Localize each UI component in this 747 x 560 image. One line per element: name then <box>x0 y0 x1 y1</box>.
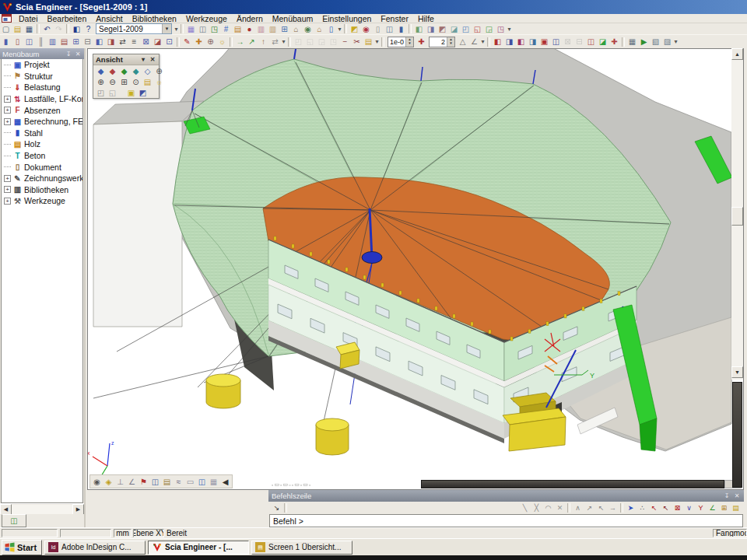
pin-icon[interactable]: ↧ <box>723 492 731 499</box>
pin-icon[interactable]: ↧ <box>65 51 72 58</box>
sidebar-item-lastfälle-lf-kombinatior[interactable]: +⇅Lastfälle, LF-Kombinatior <box>2 93 82 105</box>
toolbar-icon[interactable]: ▦ <box>626 37 638 47</box>
toolbar-icon[interactable]: ◨ <box>527 37 538 47</box>
toolbar-icon[interactable]: ◳ <box>495 24 507 34</box>
toolbar-icon[interactable]: ▭ <box>184 477 196 487</box>
toolbar-icon[interactable]: ≡ <box>128 37 140 47</box>
sidebar-item-dokument[interactable]: ▯Dokument <box>2 161 82 173</box>
toolbar-icon[interactable]: ⊕ <box>95 77 107 87</box>
toolbar-icon[interactable]: ◫ <box>550 37 562 47</box>
sidebar-item-holz[interactable]: ▤Holz <box>2 138 82 150</box>
toolbar-icon[interactable]: ◉ <box>91 477 103 487</box>
toolbar-icon[interactable]: ◉ <box>302 24 314 34</box>
mini-toolbar-icon[interactable]: ▭ <box>274 481 279 488</box>
help-icon[interactable]: ? <box>82 24 94 34</box>
sidebar-item-stahl[interactable]: ▮Stahl <box>2 128 82 139</box>
taskbar-task-adobe-indesign-c[interactable]: IdAdobe InDesign C... <box>44 541 146 555</box>
toolbar-overflow-icon[interactable]: ▾ <box>337 26 342 33</box>
toolbar-icon[interactable]: ✂ <box>351 37 363 47</box>
toolbar-icon[interactable]: ⊥ <box>114 477 126 487</box>
toolbar-icon[interactable]: ✎ <box>181 37 193 47</box>
snap-mode-icon[interactable]: Y <box>695 503 707 513</box>
mini-toolbar-icon[interactable]: ▭ <box>303 481 308 488</box>
toolbar-icon[interactable]: ◇ <box>142 66 153 76</box>
toolbar-icon[interactable]: ⊟ <box>82 37 93 47</box>
toolbar-icon[interactable]: ≈ <box>173 477 184 487</box>
toolbar-icon[interactable]: ✚ <box>193 37 205 47</box>
toolbar-icon[interactable]: ⊞ <box>118 77 130 87</box>
window-icon[interactable]: ◧ <box>71 24 82 34</box>
toolbar-icon[interactable]: ▤ <box>142 77 153 87</box>
toolbar-icon[interactable]: ◪ <box>152 37 163 47</box>
menu-item-einstellungen[interactable]: Einstellungen <box>317 14 376 23</box>
menu-item-ändern[interactable]: Ändern <box>232 14 268 23</box>
snap-mode-icon[interactable]: ╲ <box>519 503 531 513</box>
menu-item-datei[interactable]: Datei <box>14 14 43 23</box>
scroll-left-icon[interactable]: ◀ <box>219 477 231 487</box>
toolbar-icon[interactable]: ⊞ <box>70 37 82 47</box>
toolbar-icon[interactable]: ⊕ <box>153 66 165 76</box>
spinner-down-icon[interactable]: ▼ <box>447 41 454 46</box>
toolbar-icon[interactable]: ◆ <box>130 66 142 76</box>
menu-item-ansicht[interactable]: Ansicht <box>91 14 127 23</box>
toolbar-icon[interactable]: ▤ <box>232 24 244 34</box>
toolbar-icon[interactable]: ↗ <box>246 37 258 47</box>
viewport-hscrollbar-dark[interactable] <box>421 480 724 488</box>
toolbar-icon[interactable]: ▥ <box>255 24 267 34</box>
expand-icon[interactable]: + <box>4 96 11 103</box>
scale-spinner[interactable]: 2▲▼ <box>429 37 455 47</box>
scroll-down-icon[interactable]: ▼ <box>731 366 743 378</box>
toolbar-icon[interactable]: ◧ <box>515 37 527 47</box>
toolbar-icon[interactable]: ▧ <box>650 37 661 47</box>
mini-toolbar-icon[interactable]: ▫ <box>272 482 273 488</box>
ansicht-toolbar[interactable]: Ansicht ▾ ✕ ◆◆◆◆◇⊕⊕⊖⊞⊙▤☼◰◱▣◩ <box>93 54 160 99</box>
toolbar-overflow-icon[interactable]: ▾ <box>480 38 486 45</box>
toolbar-icon[interactable]: ▯ <box>325 24 337 34</box>
toolbar-icon[interactable]: ◫ <box>149 477 161 487</box>
menu-item-bearbeiten[interactable]: Bearbeiten <box>43 14 92 23</box>
toolbar-icon[interactable]: ↑ <box>258 37 269 47</box>
toolbar-icon[interactable]: ◧ <box>93 37 105 47</box>
toolbar-icon[interactable]: ▯ <box>372 24 384 34</box>
save-icon[interactable]: ▦ <box>23 24 35 34</box>
toolbar-icon[interactable]: ◪ <box>597 37 608 47</box>
toolbar-icon[interactable]: ∠ <box>468 37 480 47</box>
menu-item-bibliotheken[interactable]: Bibliotheken <box>128 14 181 23</box>
toolbar-icon[interactable]: ◲ <box>483 24 495 34</box>
start-button[interactable]: Start <box>2 540 42 555</box>
close-icon[interactable]: ✕ <box>149 56 156 63</box>
toolbar-icon[interactable]: ◨ <box>503 37 515 47</box>
toolbar-icon[interactable]: ⇄ <box>117 37 128 47</box>
toolbar-icon[interactable]: ◆ <box>118 66 130 76</box>
sidebar-item-beton[interactable]: TBeton <box>2 150 82 162</box>
toolbar-icon[interactable]: # <box>220 24 232 34</box>
status-plane[interactable]: Ebene XY <box>133 529 164 537</box>
open-icon[interactable]: ▤ <box>12 24 23 34</box>
toolbar-icon[interactable]: ⌂ <box>290 24 302 34</box>
toolbar-icon[interactable]: ◰ <box>293 37 304 47</box>
menu-item-werkzeuge[interactable]: Werkzeuge <box>181 14 232 23</box>
toolbar-icon[interactable]: ◩ <box>349 24 360 34</box>
toolbar-overflow-icon[interactable]: ▾ <box>507 26 512 33</box>
toolbar-icon[interactable]: ◳ <box>328 37 339 47</box>
toolbar-icon[interactable]: ▣ <box>538 37 550 47</box>
mini-toolbar-icon[interactable]: ▭ <box>294 481 300 488</box>
toolbar-icon[interactable]: ⊖ <box>107 77 118 87</box>
snap-mode-icon[interactable]: ➤ <box>625 503 637 513</box>
expand-icon[interactable]: + <box>4 198 11 205</box>
sidebar-item-belastung[interactable]: ⇓Belastung <box>2 82 82 93</box>
toolbar-icon[interactable]: ⊙ <box>130 77 142 87</box>
toolbar-icon[interactable]: ▮ <box>395 24 407 34</box>
sidebar-item-absenzen[interactable]: +FAbsenzen <box>2 104 82 116</box>
toolbar-icon[interactable]: ✚ <box>416 37 427 47</box>
toolbar-icon[interactable]: ⊡ <box>163 37 175 47</box>
toolbar-icon[interactable]: ⌂ <box>314 24 325 34</box>
snap-mode-icon[interactable]: ↖ <box>648 503 660 513</box>
toolbar-icon[interactable]: ◫ <box>585 37 597 47</box>
redo-icon[interactable]: ↷ <box>53 24 65 34</box>
toolbar-icon[interactable]: ▥ <box>267 24 279 34</box>
toolbar-icon[interactable]: ◰ <box>95 88 107 98</box>
snap-mode-icon[interactable]: ↖ <box>595 503 607 513</box>
project-combo[interactable]: Segel1-2009▼ <box>96 23 172 34</box>
toolbar-icon[interactable]: ◱ <box>472 24 483 34</box>
